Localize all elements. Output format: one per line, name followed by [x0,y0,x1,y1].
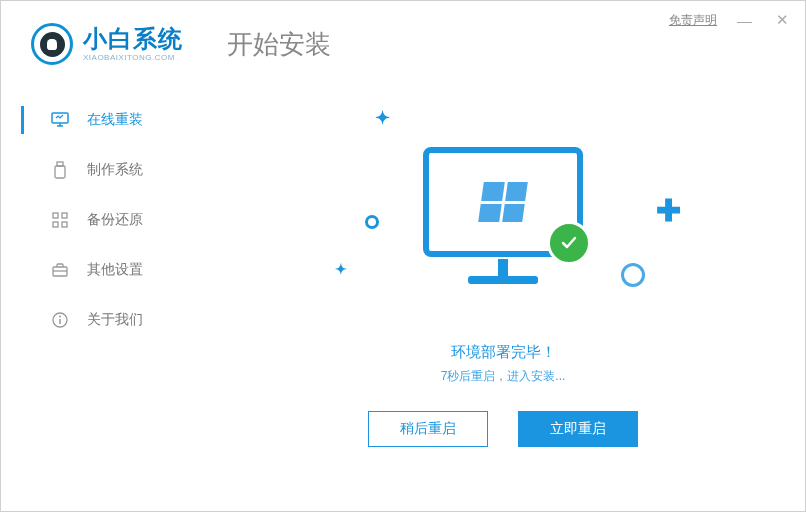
restart-now-button[interactable]: 立即重启 [518,411,638,447]
svg-rect-6 [62,222,67,227]
monitor-icon [51,111,69,129]
sidebar-item-online-reinstall[interactable]: 在线重装 [1,95,201,145]
plus-icon: ✦ [335,261,347,277]
circle-icon [365,215,379,229]
windows-logo-icon [478,182,528,222]
sidebar-item-label: 在线重装 [87,111,143,129]
circle-icon [621,263,645,287]
plus-icon: ✦ [375,107,390,129]
monitor-graphic [423,147,583,257]
sidebar: 在线重装 制作系统 备份还原 其他设置 关于我们 [1,77,201,497]
logo: 小白系统 XIAOBAIXITONG.COM [31,23,183,65]
svg-rect-5 [53,222,58,227]
minimize-button[interactable]: — [733,12,756,29]
plus-icon: ✚ [656,193,681,228]
sidebar-item-label: 备份还原 [87,211,143,229]
svg-point-10 [59,316,61,318]
status-main-text: 环境部署完毕！ [441,343,566,362]
usb-icon [51,161,69,179]
main-content: ✦ ✦ ✚ 环境部署完毕！ 7秒后重启，进入安装... 稍后重启 立即重启 [201,77,805,497]
sidebar-item-other-settings[interactable]: 其他设置 [1,245,201,295]
brand-sub: XIAOBAIXITONG.COM [83,53,183,62]
sidebar-item-label: 制作系统 [87,161,143,179]
sidebar-item-backup-restore[interactable]: 备份还原 [1,195,201,245]
sidebar-item-make-system[interactable]: 制作系统 [1,145,201,195]
grid-icon [51,211,69,229]
info-icon [51,311,69,329]
disclaimer-link[interactable]: 免责声明 [669,12,717,29]
svg-rect-4 [62,213,67,218]
page-title: 开始安装 [227,27,331,62]
sidebar-item-label: 其他设置 [87,261,143,279]
brand-name: 小白系统 [83,26,183,52]
close-button[interactable]: ✕ [772,11,793,29]
illustration: ✦ ✦ ✚ [323,97,683,307]
status-sub-text: 7秒后重启，进入安装... [441,368,566,385]
toolbox-icon [51,261,69,279]
sidebar-item-label: 关于我们 [87,311,143,329]
restart-later-button[interactable]: 稍后重启 [368,411,488,447]
svg-rect-2 [55,166,65,178]
sidebar-item-about[interactable]: 关于我们 [1,295,201,345]
svg-rect-3 [53,213,58,218]
check-icon [547,221,591,265]
logo-icon [31,23,73,65]
